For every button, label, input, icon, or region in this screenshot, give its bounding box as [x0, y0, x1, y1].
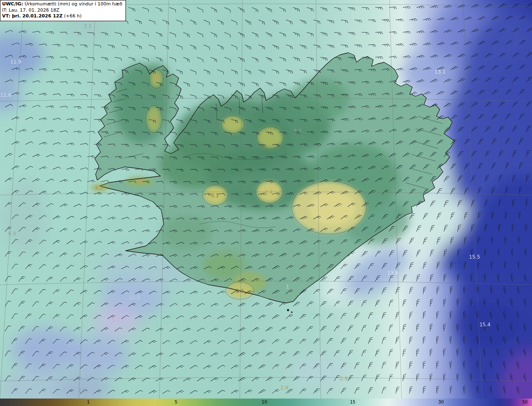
colorbar-tick: 30 [438, 399, 443, 404]
map-title-box: UWC/IG: Úrkomumætti (mm) og vindur í 100… [0, 0, 126, 21]
colorbar-tick: 10 [261, 399, 267, 404]
colorbar-tick: 5 [175, 399, 177, 404]
colorbar-tick: 1 [87, 399, 90, 404]
precipitation-colorbar: 1510153050 [0, 399, 532, 406]
forecast-lead: (+66 h) [62, 13, 81, 19]
valid-time-line: VT: þri. 20.01.2026 12Z (+66 h) [2, 13, 122, 20]
init-time: IT: Lau. 17. 01. 2026 18Z [2, 7, 122, 14]
iceland-precipitation-wind-map [0, 0, 532, 406]
valid-time: VT: þri. 20.01.2026 12Z [2, 13, 62, 19]
map-title: Úrkomumætti (mm) og vindur í 100m hæð [23, 1, 123, 7]
title-line: UWC/IG: Úrkomumætti (mm) og vindur í 100… [2, 1, 122, 7]
model-label: UWC/IG: [2, 1, 23, 7]
colorbar-tick: 15 [350, 399, 355, 404]
weather-map-stage: 7.111.92.813.111.63.43.58.53.84.33.12.46… [0, 0, 532, 406]
colorbar-tick: 50 [522, 399, 527, 404]
